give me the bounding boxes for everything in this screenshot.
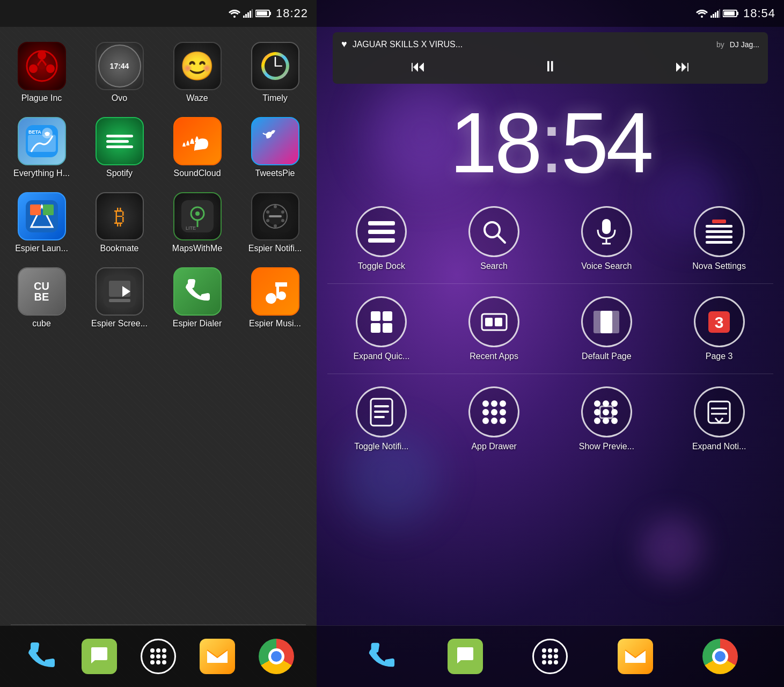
widget-row3: Toggle Notifi... App Drawer [317, 382, 784, 456]
svg-point-96 [500, 409, 506, 415]
dock-email-left[interactable] [196, 635, 239, 678]
voice-search-icon [581, 206, 632, 257]
svg-point-106 [594, 418, 600, 424]
soundcloud-icon [173, 117, 222, 165]
widget-default-page[interactable]: Default Page [553, 292, 661, 366]
app-tweetspie[interactable]: TweetsPie [239, 113, 311, 182]
signal-icon [243, 9, 253, 18]
svg-point-102 [611, 400, 618, 407]
expand-noti-label: Expand Noti... [692, 442, 746, 451]
espier-screen-label: Espier Scree... [91, 319, 148, 328]
espier-notif-label: Espier Notifi... [248, 244, 302, 253]
toggle-notif-label: Toggle Notifi... [354, 442, 408, 451]
widget-voice-search[interactable]: Voice Search [553, 202, 661, 275]
bookmate-icon: ₿ [96, 192, 144, 240]
app-espier-music[interactable]: Espier Musi... [239, 263, 311, 333]
app-soundcloud[interactable]: SoundCloud [161, 113, 233, 182]
music-next-button[interactable]: ⏭ [675, 57, 690, 75]
dock-messages-left[interactable] [78, 635, 121, 678]
app-espier-notif[interactable]: Espier Notifi... [239, 188, 311, 258]
dock-apps-left[interactable] [137, 635, 180, 678]
app-waze[interactable]: 😊 Waze [161, 38, 233, 107]
dock-phone-right[interactable] [359, 635, 402, 678]
app-espier-launcher[interactable]: Espier Laun... [5, 188, 78, 258]
phone-left: 18:22 Plague Inc 17:44 [0, 0, 317, 687]
apps-dock-icon-right [532, 639, 568, 674]
svg-point-104 [603, 409, 609, 415]
svg-rect-81 [495, 318, 502, 326]
wifi-icon-right [696, 9, 708, 18]
widget-app-drawer[interactable]: App Drawer [440, 382, 548, 456]
svg-rect-5 [252, 9, 253, 18]
wifi-icon [229, 9, 240, 18]
ovo-label: Ovo [112, 93, 127, 103]
clock-time: 18:54 [317, 100, 784, 186]
widget-recent-apps[interactable]: Recent Apps [440, 292, 548, 366]
svg-point-16 [39, 63, 45, 69]
divider-2 [327, 374, 773, 374]
svg-point-10 [38, 51, 46, 60]
svg-rect-71 [706, 230, 732, 233]
dock-phone-left[interactable] [19, 635, 62, 678]
widget-expand-quic[interactable]: Expand Quic... [327, 292, 436, 366]
dock-chrome-left[interactable] [255, 635, 298, 678]
svg-rect-80 [485, 318, 493, 326]
widget-expand-noti[interactable]: Expand Noti... [665, 382, 773, 456]
app-ovo[interactable]: 17:44 Ovo [83, 38, 156, 107]
widget-nova-settings[interactable]: Nova Settings [665, 202, 773, 275]
svg-rect-74 [721, 220, 724, 223]
app-timely[interactable]: Timely [239, 38, 311, 107]
widget-row1: Toggle Dock Search Voice Search [317, 202, 784, 275]
expand-quic-icon [356, 296, 407, 347]
espier-notif-icon [251, 192, 299, 240]
phone-dock-icon-right [365, 641, 396, 672]
dock-apps-right[interactable] [529, 635, 571, 678]
clock-minutes: 54 [561, 94, 651, 191]
toggle-dock-icon [356, 206, 407, 257]
app-plague-inc[interactable]: Plague Inc [5, 38, 78, 107]
svg-rect-73 [706, 241, 732, 244]
svg-rect-3 [247, 12, 249, 18]
dock-messages-right[interactable] [444, 635, 487, 678]
music-heart-icon[interactable]: ♥ [341, 39, 347, 50]
app-cube[interactable]: CU BE cube [5, 263, 78, 333]
bokeh-4 [639, 515, 704, 580]
app-spotify[interactable]: Spotify [83, 113, 156, 182]
app-drawer-icon [468, 386, 519, 437]
svg-rect-77 [371, 323, 380, 333]
clock-colon: : [540, 94, 561, 191]
svg-rect-55 [715, 12, 716, 18]
svg-text:BETA: BETA [28, 129, 41, 135]
widget-toggle-notif[interactable]: Toggle Notifi... [327, 382, 436, 456]
svg-point-40 [274, 224, 277, 228]
page3-label: Page 3 [706, 352, 733, 361]
soundcloud-label: SoundCloud [173, 169, 221, 178]
svg-rect-110 [708, 401, 730, 423]
music-prev-button[interactable]: ⏮ [411, 57, 426, 75]
app-espier-dialer[interactable]: Espier Dialer [161, 263, 233, 333]
app-everything[interactable]: BETA Everything H... [5, 113, 78, 182]
svg-point-11 [29, 64, 38, 73]
svg-point-98 [491, 418, 497, 424]
svg-rect-2 [245, 14, 247, 18]
espier-screen-icon [96, 267, 144, 316]
widget-toggle-dock[interactable]: Toggle Dock [327, 202, 436, 275]
svg-rect-66 [602, 219, 611, 234]
svg-rect-7 [269, 12, 271, 15]
app-mapswithme[interactable]: LITE MapsWithMe [161, 188, 233, 258]
dock-chrome-right[interactable] [699, 635, 742, 678]
svg-rect-36 [269, 215, 282, 217]
espier-music-label: Espier Musi... [249, 319, 301, 328]
svg-line-65 [497, 235, 505, 243]
mapswithme-label: MapsWithMe [172, 244, 222, 253]
phone-dock-icon-left [24, 640, 56, 673]
widget-search[interactable]: Search [440, 202, 548, 275]
app-bookmate[interactable]: ₿ Bookmate [83, 188, 156, 258]
widget-show-preview[interactable]: Show Previe... [553, 382, 661, 456]
widget-page3[interactable]: 3 Page 3 [665, 292, 773, 366]
dock-email-right[interactable] [614, 635, 657, 678]
music-play-button[interactable]: ⏸ [543, 57, 558, 75]
svg-rect-89 [374, 411, 389, 413]
email-dock-icon-right [618, 639, 653, 674]
app-espier-screen[interactable]: Espier Scree... [83, 263, 156, 333]
